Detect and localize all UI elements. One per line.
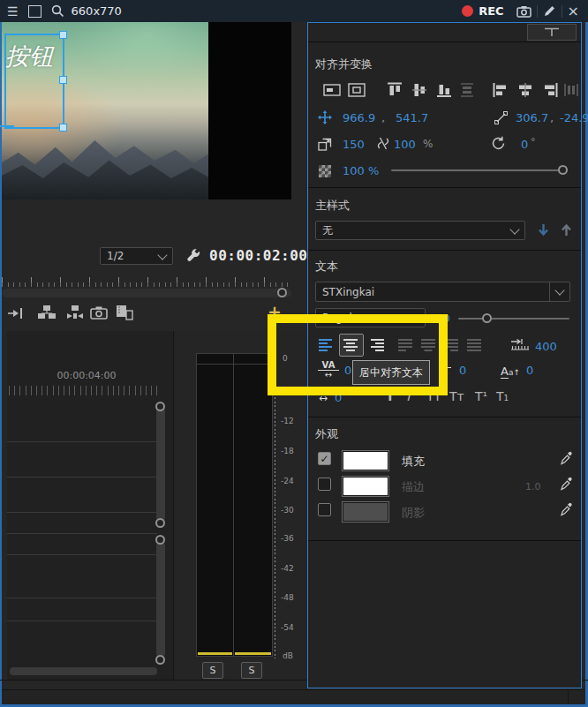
align-left-icon[interactable]	[493, 82, 509, 98]
font-size-slider-track[interactable]	[458, 318, 569, 320]
opacity-icon[interactable]	[319, 165, 331, 177]
align-top-icon[interactable]	[387, 82, 403, 98]
degree-sign: °	[531, 136, 536, 147]
align-to-selection-icon[interactable]	[348, 83, 366, 97]
fill-eyedropper-icon[interactable]	[560, 451, 574, 465]
meter-scale-label: -30	[281, 506, 294, 515]
align-to-frame-icon[interactable]	[323, 83, 341, 97]
scale-value[interactable]: 150	[343, 138, 365, 151]
small-caps-button[interactable]: Tт	[449, 389, 464, 403]
tab-width-value[interactable]: 400	[535, 340, 557, 353]
stroke-color-swatch[interactable]	[343, 477, 388, 496]
add-clip-alt-icon[interactable]	[65, 305, 85, 320]
master-style-select[interactable]: 无	[315, 221, 525, 240]
track-divider	[7, 533, 157, 534]
shadow-color-swatch[interactable]	[343, 502, 388, 522]
tee-icon	[544, 27, 560, 37]
align-bottom-tool-button[interactable]	[527, 24, 577, 41]
solo-right-button[interactable]: S	[241, 662, 262, 679]
leading-value[interactable]: 0	[459, 364, 466, 377]
scale-width-value[interactable]: 100	[394, 138, 416, 151]
track-divider	[7, 621, 157, 621]
chevron-down-icon	[554, 285, 564, 295]
tab-width-icon[interactable]	[510, 338, 530, 351]
camera-icon[interactable]	[516, 5, 531, 18]
audio-tracks-scrollbar[interactable]	[156, 541, 165, 658]
stroke-width-value[interactable]: 1.0	[525, 481, 541, 493]
scale-icon[interactable]	[318, 138, 332, 151]
track-divider	[7, 598, 157, 598]
scrollbar-knob[interactable]	[155, 402, 165, 411]
font-size-slider-handle[interactable]	[482, 313, 492, 323]
font-family-select[interactable]: STXingkai	[315, 282, 570, 302]
timeline-panel[interactable]	[7, 331, 174, 680]
selection-handle[interactable]	[59, 124, 67, 132]
program-scrubber-track[interactable]	[2, 289, 291, 297]
distribute-horizontal-icon[interactable]	[563, 82, 579, 98]
status-bar	[2, 689, 585, 704]
wrench-icon[interactable]	[185, 248, 201, 264]
anchor-y-value[interactable]: -24.9	[560, 111, 588, 124]
align-hcenter-icon[interactable]	[517, 82, 533, 98]
subscript-button[interactable]: T₁	[496, 389, 509, 403]
selection-handle[interactable]	[59, 31, 67, 39]
link-broken-icon[interactable]	[376, 136, 390, 151]
close-icon[interactable]: ×	[568, 3, 579, 19]
scrollbar-knob[interactable]	[155, 655, 165, 665]
position-icon[interactable]	[318, 110, 332, 124]
align-vcenter-icon[interactable]	[411, 82, 427, 98]
pencil-icon[interactable]	[543, 4, 556, 18]
search-icon[interactable]	[51, 4, 64, 18]
baseline-shift-icon[interactable]: Aa↑	[501, 362, 520, 379]
window-icon[interactable]	[28, 5, 41, 18]
add-clip-icon[interactable]	[37, 305, 57, 320]
meter-level-right	[235, 652, 271, 655]
export-frames-icon[interactable]	[115, 304, 134, 321]
opacity-slider-track[interactable]	[391, 169, 568, 171]
divider	[308, 187, 581, 188]
superscript-button[interactable]: T¹	[475, 389, 487, 403]
fill-label: 填充	[402, 454, 425, 470]
program-timecode[interactable]: 00:00:02:00	[209, 247, 307, 264]
scrollbar-knob[interactable]	[155, 518, 165, 528]
position-x-value[interactable]: 966.9	[343, 111, 375, 124]
position-y-value[interactable]: 541.7	[396, 111, 428, 124]
shadow-eyedropper-icon[interactable]	[560, 502, 574, 516]
distribute-vertical-icon[interactable]	[459, 82, 475, 98]
menu-icon[interactable]: ☰	[7, 4, 19, 19]
anchor-point-icon[interactable]	[494, 111, 508, 124]
snapshot-icon[interactable]	[90, 305, 108, 320]
fill-color-swatch[interactable]	[343, 451, 388, 470]
program-scrubber-handle[interactable]	[277, 288, 287, 297]
rec-indicator[interactable]	[462, 5, 473, 17]
shadow-checkbox[interactable]	[318, 503, 331, 516]
selection-handle[interactable]	[59, 76, 67, 84]
timeline-ruler[interactable]	[9, 386, 157, 395]
anchor-x-value[interactable]: 306.7	[516, 111, 548, 124]
align-right-icon[interactable]	[542, 82, 558, 98]
selection-bounding-box[interactable]	[4, 34, 64, 129]
solo-left-button[interactable]: S	[202, 662, 223, 679]
stroke-checkbox[interactable]	[318, 478, 331, 491]
meter-scale-label: -48	[281, 593, 294, 602]
rotation-icon[interactable]	[491, 136, 506, 151]
timeline-horizontal-scrollbar[interactable]	[10, 667, 157, 675]
insert-icon[interactable]	[7, 306, 25, 320]
baseline-shift-value[interactable]: 0	[526, 364, 533, 377]
scrollbar-knob[interactable]	[155, 535, 165, 545]
fill-checkbox[interactable]: ✓	[318, 452, 331, 465]
justify-all-button[interactable]	[466, 338, 482, 352]
video-tracks-scrollbar[interactable]	[156, 407, 165, 522]
stroke-eyedropper-icon[interactable]	[560, 477, 574, 491]
push-style-up-icon[interactable]	[559, 222, 574, 237]
push-style-down-icon[interactable]	[536, 222, 551, 237]
recorder-toolbar: ☰ 660x770 REC ×	[0, 0, 588, 22]
align-bottom-icon[interactable]	[436, 82, 452, 98]
rotation-value[interactable]: 0	[521, 138, 528, 151]
meter-scale-line	[275, 355, 275, 658]
playback-resolution-select[interactable]: 1/2	[100, 247, 173, 265]
opacity-value[interactable]: 100 %	[343, 164, 379, 177]
program-ruler[interactable]	[2, 275, 291, 287]
opacity-slider-handle[interactable]	[558, 165, 568, 175]
divider	[308, 41, 581, 42]
